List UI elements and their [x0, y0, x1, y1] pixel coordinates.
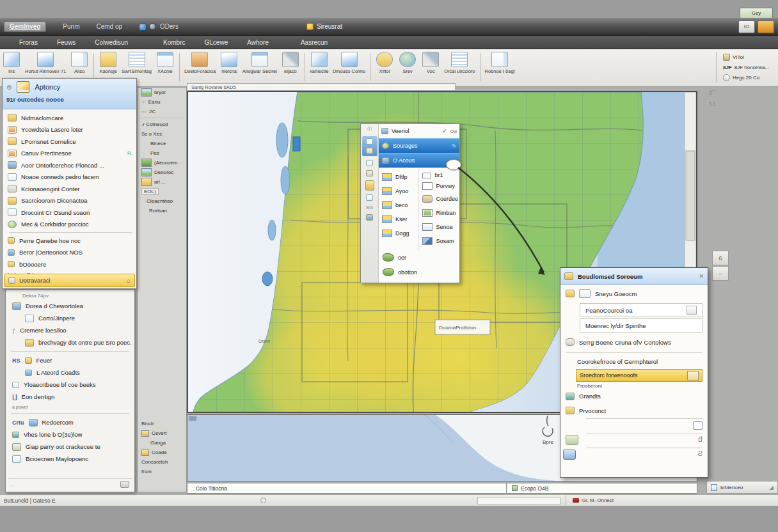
toolbar-button-voc[interactable]: Voc: [421, 52, 440, 74]
toc-item-eanu[interactable]: ≁ Eanu: [138, 97, 186, 107]
toc-item-ganga[interactable]: Ganga: [138, 438, 186, 448]
lower-item-corto[interactable]: Corto/Jinpere: [6, 312, 134, 324]
toolbar-button-eljaco[interactable]: eljaco: [281, 52, 300, 74]
quick-access-icon[interactable]: [139, 23, 147, 31]
browse-button[interactable]: [687, 371, 699, 380]
selected-menu-item[interactable]: Uotravaraci ⌂: [4, 274, 135, 287]
panel-icon[interactable]: [366, 138, 373, 145]
menu-item-2[interactable]: Colwedisun: [95, 39, 128, 46]
menu-item-mec[interactable]: Mec & Corkbidor poccioc: [5, 219, 136, 231]
menu-item-canuv[interactable]: Canuv Prertinesoe R.: [5, 148, 136, 160]
camera-icon[interactable]: [120, 481, 129, 488]
toolbar-button-xahiectle[interactable]: xahiectle: [310, 52, 329, 74]
menu-item-sosam[interactable]: Sosam: [420, 234, 458, 248]
menu-item-coerdee[interactable]: Coerdee: [420, 192, 458, 206]
menu-item-ycowdtela[interactable]: Ycowdtela Lasere loter: [5, 124, 136, 136]
menu-item-6[interactable]: Aasrecun: [301, 39, 328, 46]
dialog-row-serrg[interactable]: Serrg Boene Cruna ofV Cortolows: [560, 334, 708, 350]
toolbar-button-doetoforacioa[interactable]: DoetoForacioa: [184, 52, 216, 74]
menu-item-aoor[interactable]: Aoor Ontorlcerehoc Ploncad ...: [5, 159, 136, 171]
menu-item-senoa[interactable]: Senoa: [420, 220, 458, 234]
lower-item-dorea[interactable]: Dorea d Chewortolea: [6, 300, 134, 312]
lower-item-cremere[interactable]: ƒ Cremere loes/loo: [6, 324, 134, 336]
toolbar-right-item-1[interactable]: 8JF 8JF honorrea...: [723, 63, 769, 72]
menu-item-rimban[interactable]: Rimban: [420, 206, 458, 220]
menu-item-obotton[interactable]: obotton: [379, 265, 459, 279]
toolbar-button-hielcna[interactable]: hielcna: [219, 52, 239, 74]
dialog-field-peano[interactable]: PeanoCourcoi oa: [580, 303, 703, 317]
menu-item-4[interactable]: GLcewe: [205, 39, 228, 46]
toc-item-blnece[interactable]: Blnece: [138, 139, 186, 148]
toc-item-cevert[interactable]: Cevert: [138, 428, 186, 438]
toc-item-ari[interactable]: ari ...: [138, 177, 186, 187]
callout-handle[interactable]: [446, 159, 461, 170]
panel-icon[interactable]: [366, 148, 373, 154]
context-menu-title-row[interactable]: Veeriol ✓ Ow: [379, 124, 459, 138]
panel-subheader[interactable]: 91r outcodes nooce: [6, 96, 132, 103]
toolbar-button-xiftor[interactable]: Xiftor: [375, 52, 394, 74]
menu-item-dftlp[interactable]: Dftlp: [380, 170, 417, 184]
toc-item-from[interactable]: from: [138, 467, 186, 476]
titlebar-item-1[interactable]: Punm: [63, 23, 79, 30]
toolbar-button-orcal[interactable]: Orcal unccloro: [444, 52, 475, 74]
dialog-selected-row[interactable]: Sroedtorc forwenooofs: [576, 369, 703, 382]
toolbar-button-kaonoje[interactable]: Kaonoje: [99, 52, 118, 74]
lower-item-vheslone[interactable]: Vhes lone b O(3e)low: [6, 428, 134, 441]
menu-item-dogg[interactable]: Dogg: [380, 226, 417, 240]
side-button-2[interactable]: ‒: [712, 266, 729, 281]
toolbar-button-ins[interactable]: Ins: [2, 52, 21, 74]
toolbar-button-ro6noe[interactable]: Ro6noe t 6agt: [485, 52, 515, 74]
toc-item-deouroc[interactable]: Deouroc: [138, 168, 186, 177]
strip-icon[interactable]: [366, 194, 373, 201]
lower-item-giap[interactable]: Giap parry oot crackecee te: [6, 441, 134, 453]
map-scrollbar-thumb[interactable]: [686, 151, 695, 240]
blue-scribble-icon[interactable]: [563, 450, 576, 460]
corner-tab-button[interactable]: Gey: [740, 8, 773, 19]
lower-item-redoercom[interactable]: Crtu Redoercom: [6, 416, 134, 428]
menu-selected-row-1[interactable]: Sourages ✎: [379, 138, 459, 153]
dialog-close-icon[interactable]: ✕: [699, 273, 704, 279]
menu-item-perre[interactable]: Perre Qanebe hoe noc: [5, 235, 136, 247]
toc-item-aecooem[interactable]: (Aecooem: [138, 158, 186, 168]
toolbar-button-hortut[interactable]: Hortut Rinnovex 71: [25, 52, 66, 74]
lower-item-feuer[interactable]: RS Feuer: [6, 354, 134, 366]
toc-item-coade[interactable]: Coade: [138, 448, 186, 457]
menu-item-porvwy[interactable]: Porvwy: [420, 180, 458, 192]
menu-item-kcionaoengint[interactable]: Kcionaoengint Conter: [5, 183, 136, 195]
lower-item-yloaecrtbeoe[interactable]: Yloaecrtbeoe bf coe beeks: [6, 379, 134, 391]
menu-item-beco[interactable]: beco: [380, 198, 417, 212]
small-box-icon[interactable]: [693, 421, 703, 430]
menu-item-3[interactable]: Kombrc: [163, 39, 185, 46]
stepper-icon[interactable]: [687, 306, 697, 315]
menu-item-ayoo[interactable]: Ayoo: [380, 184, 417, 198]
menu-item-nidmaclomcare[interactable]: Nidmaclomcare: [5, 112, 136, 124]
toolbar-button-xacnie[interactable]: XAcnie: [155, 52, 175, 74]
strip-icon[interactable]: [366, 214, 373, 221]
strip-icon[interactable]: [366, 160, 373, 166]
app-menu-button[interactable]: Gemlnyeo: [4, 21, 46, 32]
green-scribble-icon[interactable]: [566, 435, 578, 445]
dialog-field-moenrec[interactable]: Moenrec ly/dir Spinthe: [580, 318, 703, 332]
toc-item-bryor[interactable]: bryor: [138, 88, 186, 97]
toc-item-concaretoh[interactable]: Concaretoh: [138, 457, 186, 467]
statusbar-connect[interactable]: Gi. M. Onnect: [566, 495, 620, 506]
dialog-row-sneyu[interactable]: Sneyu Goeocm: [560, 285, 708, 302]
toolbar-button-srev[interactable]: Srev: [398, 52, 417, 74]
menu-item-beror[interactable]: Beror |Oerteonoot NOS: [5, 247, 136, 259]
menu-item-0[interactable]: Froras: [19, 39, 38, 46]
toolbar-button-dihouso[interactable]: Dihouso Coimo: [333, 52, 365, 74]
dialog-row-grandts[interactable]: Grandts: [560, 389, 708, 403]
titlebar-item-3[interactable]: ODers: [160, 23, 179, 30]
menu-item-sacrcioorom[interactable]: Sacrcioorom Dicenactoa: [5, 195, 136, 207]
menu-item-1[interactable]: Feuws: [57, 39, 75, 46]
side-button-1[interactable]: 6: [712, 251, 729, 265]
drawing-toolbar[interactable]: brbienceo ◢: [706, 481, 778, 494]
toolbar-right-item-2[interactable]: Hegc 20 Co: [723, 73, 769, 82]
menu-item-booooere[interactable]: bOoooere: [5, 258, 136, 270]
menu-item-drocoint[interactable]: Drocoint Cr Osund soaon: [5, 207, 136, 219]
titlebar-item-2[interactable]: Cemd op: [96, 23, 122, 30]
lower-item-ateord[interactable]: L Ateord Coadts: [6, 366, 134, 379]
toc-item-scoxes[interactable]: Sc o Xes: [138, 129, 186, 139]
strip-folder-icon[interactable]: [365, 180, 374, 191]
window-close-button[interactable]: [758, 20, 774, 33]
